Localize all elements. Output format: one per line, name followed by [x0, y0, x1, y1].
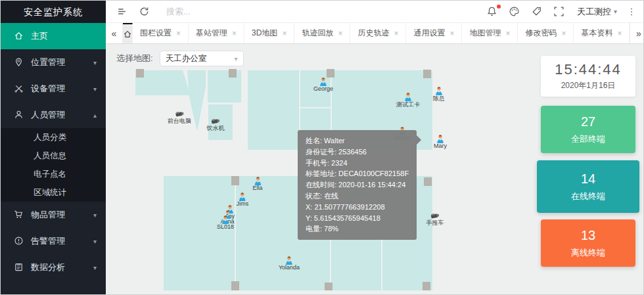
tab-item[interactable]: 地图管理×: [462, 23, 518, 43]
sidebar-item-cart[interactable]: 物品管理▾: [1, 202, 106, 228]
close-icon[interactable]: ×: [176, 29, 181, 38]
stat-value: 13: [581, 228, 595, 243]
tab-item[interactable]: 修改密码×: [518, 23, 574, 43]
tools-icon: [14, 83, 24, 94]
sidebar-item-home[interactable]: 主页: [1, 23, 106, 49]
sidebar-item-tools[interactable]: 设备管理▾: [1, 76, 106, 102]
sidebar-item-label: 位置管理: [31, 57, 65, 68]
tooltip-row: 身份证号: 2536456: [306, 147, 409, 158]
stat-card[interactable]: 14在线终端: [537, 160, 639, 213]
person-marker[interactable]: 陈总: [433, 87, 445, 103]
sidebar-item-label: 物品管理: [31, 209, 65, 221]
sidebar-item-label: 人员管理: [31, 109, 65, 121]
tooltip-row: Y: 5.615435765945418: [306, 213, 409, 224]
tooltip-row: 电量: 78%: [306, 223, 409, 235]
close-icon[interactable]: ×: [505, 29, 510, 38]
notification-bell-icon[interactable]: [486, 6, 498, 18]
stat-value: 14: [581, 171, 595, 187]
sidebar-item-label: 主页: [31, 30, 48, 42]
sidebar-item-alert[interactable]: 告警管理▾: [1, 228, 106, 254]
person-marker[interactable]: Ella: [252, 177, 262, 191]
sidebar-item-label: 数据分析: [31, 261, 65, 273]
tag-icon[interactable]: [531, 6, 543, 18]
sidebar-toggle-icon[interactable]: [116, 6, 128, 18]
tooltip-row: X: 21.507777663912208: [306, 202, 409, 213]
cart-icon: [14, 210, 24, 220]
map-select-label: 选择地图:: [116, 53, 153, 64]
person-marker[interactable]: George: [313, 78, 333, 92]
marker-label: 手推车: [426, 219, 444, 227]
data-icon: [14, 262, 24, 273]
tab-item[interactable]: 3D地图×: [244, 23, 294, 43]
marker-label: 测试工卡: [396, 101, 420, 109]
stat-card[interactable]: 13离线终端: [541, 219, 635, 267]
device-marker[interactable]: 前台电脑: [168, 110, 191, 125]
stat-card[interactable]: 27全部终端: [541, 106, 635, 153]
sidebar-subitem[interactable]: 人员信息: [1, 147, 106, 165]
marker-label: SL018: [217, 223, 234, 230]
person-marker[interactable]: Yolanda: [279, 256, 300, 271]
notification-badge: [497, 5, 501, 9]
marker-label: Yolanda: [279, 264, 300, 271]
stat-label: 离线终端: [571, 247, 605, 259]
stat-value: 27: [581, 114, 595, 129]
person-marker[interactable]: Mary: [434, 135, 447, 149]
close-icon[interactable]: ×: [232, 29, 237, 38]
more-options-icon[interactable]: [626, 7, 637, 17]
sidebar-subitem[interactable]: 电子点名: [1, 165, 106, 183]
app-window: 安全监护系统 主页位置管理▾设备管理▾人员管理▴人员分类人员信息电子点名区域统计…: [0, 0, 644, 295]
close-icon[interactable]: ×: [282, 29, 287, 38]
map-select-value: 天工办公室: [166, 53, 207, 64]
tab-item[interactable]: 历史轨迹×: [350, 23, 406, 43]
close-icon[interactable]: ×: [561, 29, 566, 38]
pin-icon: [14, 57, 24, 68]
tab-item[interactable]: 轨迹回放×: [294, 23, 350, 43]
person-marker[interactable]: 测试工卡: [396, 93, 420, 109]
tooltip-row: 手机号: 2324: [306, 158, 409, 169]
sidebar-subitem[interactable]: 区域统计: [1, 183, 106, 202]
person-marker[interactable]: SL018: [217, 216, 234, 230]
map-select[interactable]: 天工办公室 ▾: [160, 51, 244, 66]
person-marker[interactable]: Jims: [237, 193, 249, 207]
sidebar-item-data[interactable]: 数据分析▾: [1, 254, 106, 281]
user-name: 天工测控: [577, 6, 611, 18]
tab-item[interactable]: 基本资料×: [574, 23, 630, 43]
home-icon: [123, 30, 132, 39]
device-marker[interactable]: 饮水机: [207, 118, 225, 133]
tab-item[interactable]: 基站管理×: [189, 23, 244, 43]
fullscreen-icon[interactable]: [553, 6, 565, 18]
clock-time: 15:44:44: [541, 61, 635, 78]
tab-strip: 围栏设置×基站管理×3D地图×轨迹回放×历史轨迹×通用设置×地图管理×修改密码×…: [133, 23, 630, 43]
top-bar: 天工测控 ▾: [106, 1, 644, 23]
map-toolbar: 选择地图: 天工办公室 ▾: [116, 51, 244, 66]
person-tooltip: 姓名: Walter身份证号: 2536456手机号: 2324标签地址: DE…: [298, 130, 417, 240]
chevron-down-icon: ▾: [93, 264, 97, 271]
marker-label: Mary: [434, 143, 447, 149]
sidebar-item-pin[interactable]: 位置管理▾: [1, 49, 106, 76]
sidebar-menu: 主页位置管理▾设备管理▾人员管理▴人员分类人员信息电子点名区域统计物品管理▾告警…: [1, 23, 106, 281]
device-marker[interactable]: 手推车: [426, 212, 444, 227]
tab-home[interactable]: [123, 23, 133, 43]
marker-label: George: [313, 85, 333, 92]
tabs-scroll-left-button[interactable]: «: [106, 23, 123, 43]
refresh-icon[interactable]: [139, 6, 150, 18]
sidebar-item-user[interactable]: 人员管理▴: [1, 102, 106, 128]
clock-date: 2020年1月16日: [541, 80, 635, 91]
tooltip-row: 标签地址: DECA0100CF82158F: [306, 168, 409, 179]
marker-label: 前台电脑: [168, 117, 191, 125]
close-icon[interactable]: ×: [394, 29, 398, 38]
theme-palette-icon[interactable]: [509, 6, 520, 18]
search-input[interactable]: [166, 7, 285, 16]
tab-item[interactable]: 通用设置×: [406, 23, 462, 43]
tabs-overflow-button[interactable]: »: [630, 23, 644, 43]
sidebar-subitem[interactable]: 人员分类: [1, 128, 106, 147]
sidebar-submenu: 人员分类人员信息电子点名区域统计: [1, 128, 106, 202]
chevron-down-icon: ▾: [93, 85, 97, 93]
close-icon[interactable]: ×: [449, 29, 454, 38]
user-menu[interactable]: 天工测控 ▾: [577, 6, 617, 18]
close-icon[interactable]: ×: [338, 29, 342, 38]
alert-icon: [14, 236, 24, 246]
sidebar: 安全监护系统 主页位置管理▾设备管理▾人员管理▴人员分类人员信息电子点名区域统计…: [1, 1, 106, 294]
tab-item[interactable]: 围栏设置×: [133, 23, 189, 43]
close-icon[interactable]: ×: [617, 29, 622, 38]
